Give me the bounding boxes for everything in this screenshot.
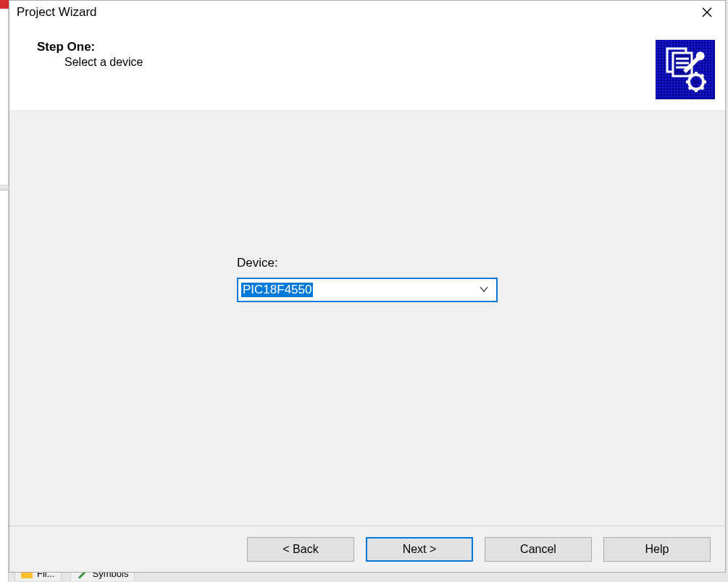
wizard-footer: < Back Next > Cancel Help [9, 525, 725, 572]
project-wizard-dialog: Project Wizard Step One: Select a device [9, 0, 726, 573]
chevron-down-icon [479, 284, 489, 296]
dialog-title: Project Wizard [17, 5, 97, 20]
svg-line-15 [701, 75, 703, 77]
wizard-content: Device: PIC18F4550 [9, 110, 725, 525]
svg-line-14 [689, 87, 691, 89]
device-field: Device: PIC18F4550 [237, 256, 498, 302]
next-button[interactable]: Next > [366, 537, 473, 562]
device-label: Device: [237, 256, 278, 270]
background-window-edge [0, 0, 9, 582]
help-button[interactable]: Help [603, 537, 711, 562]
document-wrench-gear-icon [661, 46, 709, 93]
background-divider [0, 185, 9, 191]
step-heading-block: Step One: Select a device [37, 40, 143, 69]
svg-line-13 [701, 87, 703, 89]
app-icon-fragment [0, 0, 9, 9]
device-selected-value: PIC18F4550 [241, 283, 313, 297]
wizard-icon [656, 40, 715, 99]
step-title: Step One: [37, 40, 143, 54]
wizard-header: Step One: Select a device [9, 27, 725, 109]
back-button[interactable]: < Back [247, 537, 354, 562]
device-combobox[interactable]: PIC18F4550 [237, 278, 498, 302]
close-button[interactable] [689, 1, 725, 24]
svg-point-16 [693, 79, 699, 85]
svg-line-12 [689, 75, 691, 77]
cancel-button[interactable]: Cancel [485, 537, 592, 562]
step-subtitle: Select a device [37, 56, 143, 69]
dialog-titlebar: Project Wizard [9, 1, 725, 27]
close-icon [702, 7, 712, 17]
